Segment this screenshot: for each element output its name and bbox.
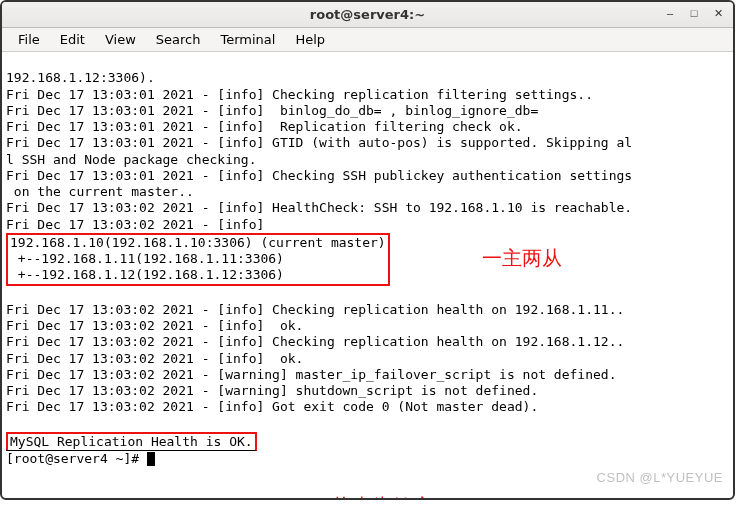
topology-slave: +--192.168.1.12(192.168.1.12:3306): [10, 267, 284, 282]
menu-help[interactable]: Help: [285, 30, 335, 49]
log-line: on the current master..: [6, 184, 194, 199]
replication-status: MySQL Replication Health is OK.: [10, 434, 253, 449]
log-line: Fri Dec 17 13:03:02 2021 - [info] Checki…: [6, 334, 624, 349]
log-line: Fri Dec 17 13:03:02 2021 - [info] Checki…: [6, 302, 624, 317]
titlebar: root@server4:~ – □ ✕: [2, 2, 733, 28]
menu-view[interactable]: View: [95, 30, 146, 49]
minimize-button[interactable]: –: [661, 6, 679, 20]
menu-file[interactable]: File: [8, 30, 50, 49]
log-line: Fri Dec 17 13:03:02 2021 - [warning] shu…: [6, 383, 538, 398]
annotation-status: 状态为健康: [332, 494, 432, 498]
log-line: Fri Dec 17 13:03:01 2021 - [info] Checki…: [6, 87, 593, 102]
log-line: Fri Dec 17 13:03:01 2021 - [info] Checki…: [6, 168, 632, 183]
watermark: CSDN @L*YUEYUE: [597, 470, 723, 486]
log-line: Fri Dec 17 13:03:01 2021 - [info] binlog…: [6, 103, 538, 118]
status-box: MySQL Replication Health is OK.: [6, 432, 257, 451]
log-line: Fri Dec 17 13:03:02 2021 - [info] ok.: [6, 351, 303, 366]
log-line: Fri Dec 17 13:03:02 2021 - [info] Got ex…: [6, 399, 538, 414]
shell-prompt: [root@server4 ~]#: [6, 451, 147, 466]
log-line: l SSH and Node package checking.: [6, 152, 256, 167]
cursor-icon: [147, 452, 155, 466]
log-line: Fri Dec 17 13:03:02 2021 - [info] Health…: [6, 200, 632, 215]
log-line: Fri Dec 17 13:03:02 2021 - [info]: [6, 217, 264, 232]
annotation-topology: 一主两从: [482, 246, 562, 271]
log-line: Fri Dec 17 13:03:01 2021 - [info] GTID (…: [6, 135, 632, 150]
shell-prompt-line: [root@server4 ~]#: [6, 450, 155, 466]
log-line: 192.168.1.12:3306).: [6, 70, 155, 85]
topology-box: 192.168.1.10(192.168.1.10:3306) (current…: [6, 233, 390, 286]
window-controls: – □ ✕: [661, 6, 727, 20]
window-title: root@server4:~: [310, 7, 425, 22]
menu-search[interactable]: Search: [146, 30, 211, 49]
menu-terminal[interactable]: Terminal: [210, 30, 285, 49]
topology-slave: +--192.168.1.11(192.168.1.11:3306): [10, 251, 284, 266]
log-line: Fri Dec 17 13:03:01 2021 - [info] Replic…: [6, 119, 523, 134]
terminal-output[interactable]: 192.168.1.12:3306). Fri Dec 17 13:03:01 …: [2, 52, 733, 498]
menubar: File Edit View Search Terminal Help: [2, 28, 733, 52]
topology-master: 192.168.1.10(192.168.1.10:3306) (current…: [10, 235, 386, 250]
log-line: Fri Dec 17 13:03:02 2021 - [warning] mas…: [6, 367, 616, 382]
log-line: Fri Dec 17 13:03:02 2021 - [info] ok.: [6, 318, 303, 333]
menu-edit[interactable]: Edit: [50, 30, 95, 49]
close-button[interactable]: ✕: [709, 6, 727, 20]
terminal-window: root@server4:~ – □ ✕ File Edit View Sear…: [0, 0, 735, 500]
maximize-button[interactable]: □: [685, 6, 703, 20]
